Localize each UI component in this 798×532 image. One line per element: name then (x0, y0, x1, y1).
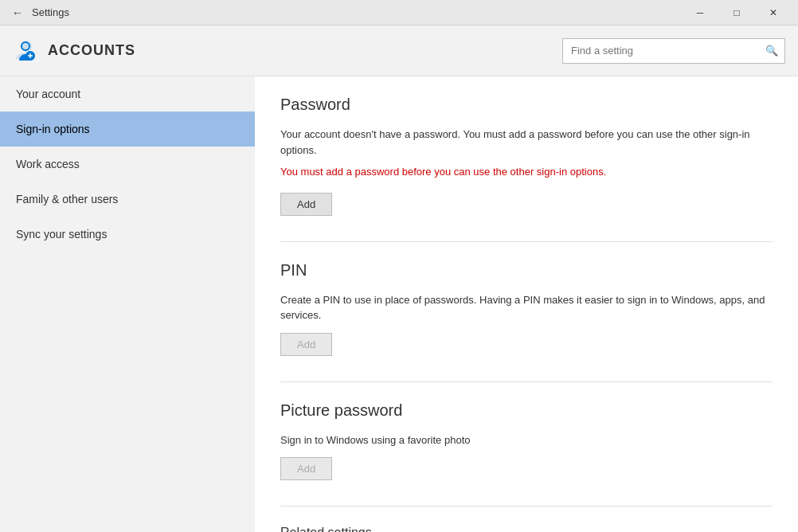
main-content: Your account Sign-in options Work access… (0, 76, 798, 532)
back-button[interactable]: ← (6, 2, 29, 24)
title-bar-title: Settings (32, 6, 69, 18)
password-title: Password (280, 96, 773, 114)
pin-description: Create a PIN to use in place of password… (280, 292, 773, 323)
maximize-button[interactable]: □ (718, 0, 755, 25)
sidebar-item-sync-settings[interactable]: Sync your settings (0, 217, 255, 252)
password-warning: You must add a password before you can u… (280, 164, 773, 180)
picture-password-title: Picture password (280, 401, 773, 420)
pin-add-button[interactable]: Add (280, 333, 332, 356)
close-button[interactable]: ✕ (755, 0, 792, 25)
title-bar: ← Settings ─ □ ✕ (0, 0, 798, 25)
sidebar: Your account Sign-in options Work access… (0, 76, 255, 532)
accounts-icon (13, 38, 38, 64)
picture-password-section: Picture password Sign in to Windows usin… (280, 401, 773, 481)
search-input[interactable] (563, 45, 759, 57)
search-icon[interactable]: 🔍 (759, 38, 784, 64)
picture-password-add-button[interactable]: Add (280, 457, 332, 480)
app-header: ACCOUNTS 🔍 (0, 25, 798, 76)
password-description: Your account doesn't have a password. Yo… (280, 127, 773, 158)
sidebar-item-family-other-users[interactable]: Family & other users (0, 182, 255, 217)
content-panel: Password Your account doesn't have a pas… (255, 76, 798, 532)
related-settings-title: Related settings (280, 526, 773, 532)
app-container: ACCOUNTS 🔍 Your account Sign-in options … (0, 25, 798, 532)
sidebar-item-sign-in-options[interactable]: Sign-in options (0, 111, 255, 147)
picture-password-description: Sign in to Windows using a favorite phot… (280, 432, 773, 448)
pin-section: PIN Create a PIN to use in place of pass… (280, 261, 773, 356)
sidebar-item-your-account[interactable]: Your account (0, 76, 255, 111)
divider-2 (280, 381, 773, 382)
app-title: ACCOUNTS (48, 42, 135, 59)
password-section: Password Your account doesn't have a pas… (280, 96, 773, 216)
divider-1 (280, 241, 773, 242)
sidebar-item-work-access[interactable]: Work access (0, 147, 255, 182)
divider-3 (280, 506, 773, 507)
search-box: 🔍 (562, 38, 785, 64)
minimize-button[interactable]: ─ (682, 0, 718, 25)
password-add-button[interactable]: Add (280, 193, 332, 216)
pin-title: PIN (280, 261, 773, 280)
window-controls: ─ □ ✕ (682, 0, 792, 25)
related-settings-section: Related settings (280, 526, 773, 532)
